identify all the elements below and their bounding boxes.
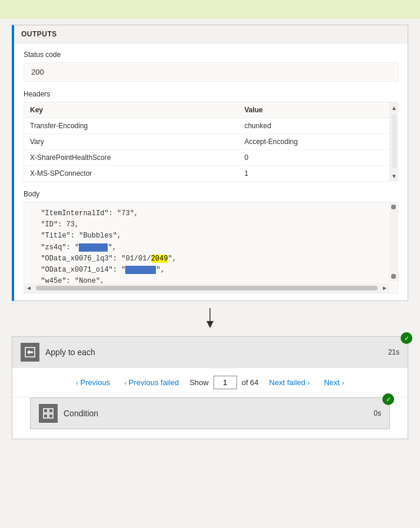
outputs-header: OUTPUTS bbox=[14, 25, 408, 44]
svg-rect-4 bbox=[49, 409, 53, 413]
body-line-4: "zs4q": " ", bbox=[32, 242, 389, 253]
cell-key: Transfer-Encoding bbox=[24, 118, 239, 134]
outputs-body: Status code 200 Headers Key Value bbox=[14, 44, 408, 300]
cell-value: 0 bbox=[238, 150, 389, 166]
cell-key: Vary bbox=[24, 134, 239, 150]
col-value: Value bbox=[238, 102, 389, 118]
down-arrow-icon bbox=[204, 308, 216, 329]
apply-each-icon bbox=[21, 343, 39, 362]
apply-to-each-container: Apply to each 21s ✓ ‹ Previous ‹ Previou… bbox=[12, 336, 408, 439]
scroll-up-icon[interactable]: ▲ bbox=[390, 102, 398, 113]
pagination-bar: ‹ Previous ‹ Previous failed Show of 64 … bbox=[12, 367, 408, 397]
next-failed-button[interactable]: Next failed › bbox=[264, 375, 316, 390]
scroll-down-icon[interactable]: ▼ bbox=[390, 170, 398, 182]
scroll-track bbox=[36, 286, 378, 290]
condition-icon bbox=[39, 404, 58, 423]
body-line-5: "OData_x0076_lq3": "01/01/2049", bbox=[32, 253, 389, 265]
body-line-1: "ItemInternalId": "73", bbox=[32, 208, 389, 219]
table-row: Vary Accept-Encoding bbox=[24, 134, 390, 150]
apply-each-left: Apply to each bbox=[21, 343, 95, 362]
body-content: "ItemInternalId": "73", "ID": 73, "Title… bbox=[24, 202, 398, 293]
condition-left: Condition bbox=[39, 404, 98, 423]
next-label: Next bbox=[324, 378, 340, 387]
condition-header[interactable]: Condition 0s ✓ bbox=[31, 398, 389, 429]
success-check-icon: ✓ bbox=[401, 332, 412, 344]
highlighted-year: 2049 bbox=[151, 255, 168, 263]
outputs-panel: OUTPUTS Status code 200 Headers Key Valu… bbox=[12, 25, 408, 301]
body-line-3: "Title": "Bubbles", bbox=[32, 230, 389, 242]
table-row: Transfer-Encoding chunked bbox=[24, 118, 390, 134]
headers-scrollbar[interactable]: ▲ ▼ bbox=[390, 102, 398, 182]
headers-section: Headers Key Value Transfer-Encoding bbox=[24, 90, 398, 182]
show-input[interactable] bbox=[214, 376, 237, 389]
main-content: OUTPUTS Status code 200 Headers Key Valu… bbox=[0, 19, 420, 451]
outputs-title: OUTPUTS bbox=[21, 30, 57, 38]
previous-label: Previous bbox=[81, 378, 111, 387]
cell-key: X-MS-SPConnector bbox=[24, 166, 239, 182]
condition-container: Condition 0s ✓ bbox=[30, 397, 390, 429]
inner-content: Condition 0s ✓ bbox=[12, 397, 408, 439]
apply-title: Apply to each bbox=[45, 347, 95, 357]
previous-failed-button[interactable]: ‹ Previous failed bbox=[118, 375, 185, 390]
svg-marker-1 bbox=[206, 321, 214, 328]
chevron-left-icon: ‹ bbox=[76, 379, 78, 386]
next-failed-label: Next failed bbox=[269, 378, 305, 387]
next-button[interactable]: Next › bbox=[318, 375, 350, 390]
condition-title: Condition bbox=[64, 409, 98, 418]
top-bar bbox=[0, 0, 420, 19]
scroll-right-icon[interactable]: ▶ bbox=[380, 283, 389, 293]
svg-rect-5 bbox=[44, 414, 48, 418]
condition-symbol-icon bbox=[43, 408, 54, 419]
condition-success-check-icon: ✓ bbox=[382, 393, 394, 405]
previous-button[interactable]: ‹ Previous bbox=[70, 375, 116, 390]
cell-value: Accept-Encoding bbox=[238, 134, 389, 150]
apply-to-each-header[interactable]: Apply to each 21s ✓ bbox=[12, 337, 408, 367]
headers-table-container: Key Value Transfer-Encoding chunked Vary bbox=[24, 102, 398, 182]
of-total: of 64 bbox=[242, 378, 259, 387]
svg-rect-6 bbox=[49, 414, 53, 418]
condition-duration: 0s bbox=[374, 409, 381, 417]
svg-rect-3 bbox=[44, 409, 48, 413]
table-row: X-MS-SPConnector 1 bbox=[24, 166, 390, 182]
headers-table: Key Value Transfer-Encoding chunked Vary bbox=[24, 102, 390, 182]
status-code-label: Status code bbox=[24, 51, 398, 59]
cell-value: 1 bbox=[238, 166, 389, 182]
body-scrollbar-right[interactable] bbox=[389, 202, 398, 281]
arrow-connector bbox=[12, 301, 408, 336]
chevron-left-failed-icon: ‹ bbox=[124, 379, 126, 386]
previous-failed-label: Previous failed bbox=[129, 378, 179, 387]
show-label: Show bbox=[189, 378, 209, 387]
body-section: Body "ItemInternalId": "73", "ID": 73, "… bbox=[24, 190, 398, 293]
cell-key: X-SharePointHealthScore bbox=[24, 150, 239, 166]
body-scrollbar-bottom[interactable]: ◀ ▶ bbox=[24, 283, 389, 293]
body-line-6: "OData_x0071_oi4": " ", bbox=[32, 265, 389, 276]
status-code-value: 200 bbox=[24, 62, 398, 82]
table-row: X-SharePointHealthScore 0 bbox=[24, 150, 390, 166]
body-label: Body bbox=[24, 190, 398, 198]
cell-value: chunked bbox=[238, 118, 389, 134]
redacted-value-2 bbox=[125, 266, 156, 274]
apply-duration: 21s bbox=[388, 348, 399, 356]
chevron-right-failed-icon: › bbox=[308, 379, 310, 386]
body-line-2: "ID": 73, bbox=[32, 219, 389, 230]
loop-icon bbox=[25, 347, 35, 357]
col-key: Key bbox=[24, 102, 239, 118]
scroll-left-icon[interactable]: ◀ bbox=[24, 283, 34, 293]
headers-label: Headers bbox=[24, 90, 398, 98]
redacted-value-1 bbox=[79, 243, 108, 252]
chevron-right-icon: › bbox=[342, 379, 344, 386]
